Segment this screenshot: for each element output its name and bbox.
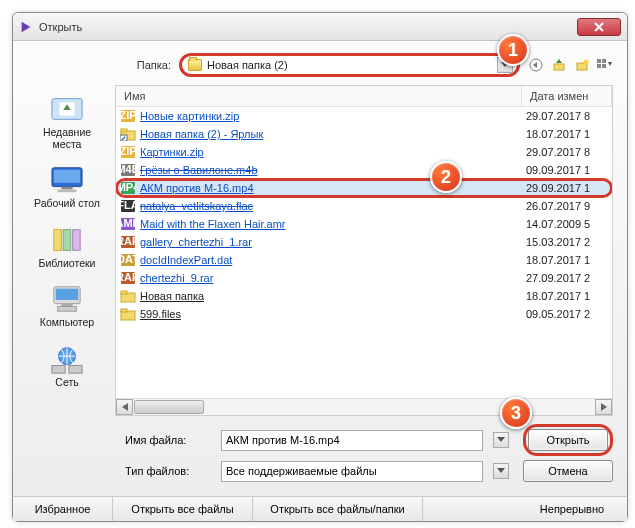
footer-bar: Избранное Открыть все файлы Открыть все …	[13, 496, 627, 521]
open-dialog: Открыть Папка: Новая папка (2) 1	[12, 12, 628, 522]
file-date: 09.05.2017 2	[526, 308, 608, 320]
titlebar: Открыть	[13, 13, 627, 41]
svg-marker-3	[533, 62, 537, 68]
file-listing: Имя Дата измен ZIPНовые картинки.zip29.0…	[115, 85, 613, 416]
up-icon[interactable]	[551, 57, 567, 73]
svg-rect-9	[602, 59, 606, 63]
file-date: 18.07.2017 1	[526, 254, 608, 266]
footer-open-all-files-folders[interactable]: Открыть все файлы/папки	[253, 497, 423, 521]
view-icon[interactable]	[597, 57, 613, 73]
file-name: Новая папка	[140, 290, 526, 302]
network-icon	[48, 343, 86, 375]
callout-badge-1: 1	[497, 34, 529, 66]
svg-rect-55	[121, 309, 127, 312]
footer-continuous[interactable]: Непрерывно	[517, 497, 627, 521]
file-row[interactable]: MP4АКМ против М-16.mp429.09.2017 12	[116, 179, 612, 197]
file-name: gallery_chertezhi_1.rar	[140, 236, 526, 248]
file-row[interactable]: AMRMaid with the Flaxen Hair.amr14.07.20…	[116, 215, 612, 233]
file-name: Картинки.zip	[140, 146, 526, 158]
file-date: 18.07.2017 1	[526, 128, 608, 140]
svg-marker-56	[122, 403, 128, 411]
window-title: Открыть	[39, 21, 577, 33]
svg-rect-17	[54, 170, 80, 183]
file-row[interactable]: DATdocIdIndexPart.dat18.07.2017 1	[116, 251, 612, 269]
places-bar: Недавние места Рабочий стол Библиотеки К…	[27, 85, 107, 416]
svg-rect-20	[54, 229, 62, 250]
close-icon	[594, 22, 604, 32]
place-desktop[interactable]: Рабочий стол	[27, 160, 107, 214]
horizontal-scrollbar[interactable]	[116, 398, 612, 415]
svg-text:ZIP: ZIP	[120, 109, 136, 121]
file-date: 29.07.2017 8	[526, 146, 608, 158]
file-row[interactable]: 599.files09.05.2017 2	[116, 305, 612, 323]
filetype-dropdown-icon[interactable]	[493, 463, 509, 479]
file-row[interactable]: FLAnatalya_vetlitskaya.flac26.07.2017 9	[116, 197, 612, 215]
file-row[interactable]: RARchertezhi_9.rar27.09.2017 2	[116, 269, 612, 287]
scroll-track[interactable]	[205, 399, 595, 415]
computer-icon	[48, 283, 86, 315]
svg-marker-57	[601, 403, 607, 411]
cancel-button[interactable]: Отмена	[523, 460, 613, 482]
place-recent[interactable]: Недавние места	[27, 89, 107, 154]
svg-text:ZIP: ZIP	[120, 145, 136, 157]
file-name: 599.files	[140, 308, 526, 320]
file-row[interactable]: Новая папка18.07.2017 1	[116, 287, 612, 305]
folder-combo[interactable]: Новая папка (2) 1	[179, 53, 520, 77]
filetype-label: Тип файлов:	[125, 465, 211, 477]
svg-rect-19	[58, 190, 77, 193]
svg-rect-4	[554, 64, 564, 70]
open-button[interactable]: Открыть	[528, 429, 608, 451]
file-date: 15.03.2017 2	[526, 236, 608, 248]
place-network[interactable]: Сеть	[27, 339, 107, 393]
file-name: Maid with the Flaxen Hair.amr	[140, 218, 526, 230]
footer-favorites[interactable]: Избранное	[13, 497, 113, 521]
scroll-thumb[interactable]	[134, 400, 204, 414]
back-icon[interactable]	[528, 57, 544, 73]
file-row[interactable]: M4BГрёзы о Вавилоне.m4b09.09.2017 1	[116, 161, 612, 179]
filetype-combo[interactable]: Все поддерживаемые файлы	[221, 461, 483, 482]
new-folder-icon[interactable]	[574, 57, 590, 73]
app-icon	[19, 20, 33, 34]
file-icon: AMR	[120, 217, 136, 231]
place-computer[interactable]: Компьютер	[27, 279, 107, 333]
footer-open-all-files[interactable]: Открыть все файлы	[113, 497, 253, 521]
file-name: Новые картинки.zip	[140, 110, 526, 122]
svg-rect-33	[121, 129, 127, 132]
bottom-controls: Имя файла: АКМ против М-16.mp4 Открыть 3…	[27, 424, 613, 482]
main-area: Недавние места Рабочий стол Библиотеки К…	[27, 85, 613, 416]
file-icon: FLA	[120, 199, 136, 213]
recent-icon	[48, 93, 86, 125]
svg-rect-11	[602, 64, 606, 68]
filename-input[interactable]: АКМ против М-16.mp4	[221, 430, 483, 451]
filename-label: Имя файла:	[125, 434, 211, 446]
file-rows[interactable]: ZIPНовые картинки.zip29.07.2017 8Новая п…	[116, 107, 612, 398]
file-row[interactable]: ZIPКартинки.zip29.07.2017 8	[116, 143, 612, 161]
close-button[interactable]	[577, 18, 621, 36]
toolbar-icons	[528, 57, 613, 73]
svg-rect-26	[58, 307, 77, 312]
scroll-left-icon[interactable]	[116, 399, 133, 415]
file-icon	[120, 127, 136, 141]
dialog-body: Папка: Новая папка (2) 1 Недавние места	[13, 41, 627, 490]
place-libraries[interactable]: Библиотеки	[27, 220, 107, 274]
svg-rect-28	[52, 365, 65, 373]
callout-badge-2: 2	[430, 161, 462, 193]
file-row[interactable]: RARgallery_chertezhi_1.rar15.03.2017 2	[116, 233, 612, 251]
column-date[interactable]: Дата измен	[522, 86, 612, 106]
scroll-right-icon[interactable]	[595, 399, 612, 415]
file-name: АКМ против М-16.mp4	[140, 182, 526, 194]
folder-icon	[188, 59, 202, 71]
file-name: chertezhi_9.rar	[140, 272, 526, 284]
desktop-icon	[48, 164, 86, 196]
list-header: Имя Дата измен	[116, 86, 612, 107]
file-row[interactable]: ZIPНовые картинки.zip29.07.2017 8	[116, 107, 612, 125]
column-name[interactable]: Имя	[116, 86, 522, 106]
svg-text:FLA: FLA	[120, 199, 136, 211]
file-icon: M4B	[120, 163, 136, 177]
file-date: 14.07.2009 5	[526, 218, 608, 230]
filename-dropdown-icon[interactable]	[493, 432, 509, 448]
file-date: 09.09.2017 1	[526, 164, 608, 176]
svg-marker-12	[608, 62, 612, 66]
svg-point-7	[584, 60, 589, 65]
file-row[interactable]: Новая папка (2) - Ярлык18.07.2017 1	[116, 125, 612, 143]
